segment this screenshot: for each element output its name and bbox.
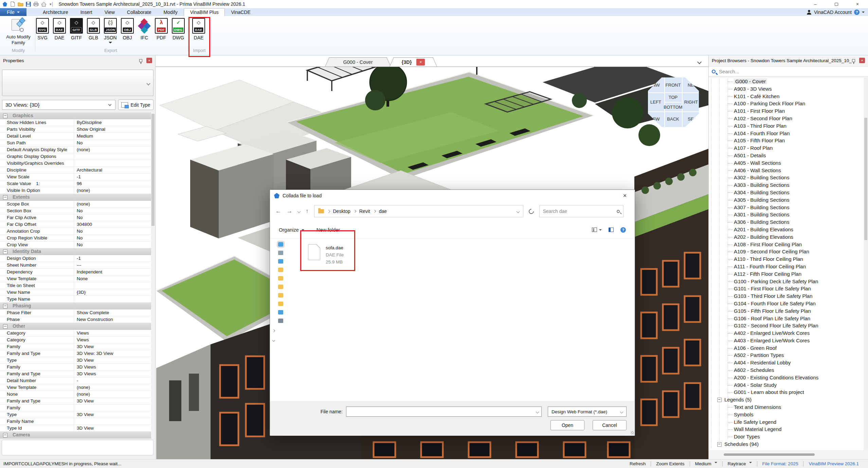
- property-row[interactable]: Other: [0, 323, 151, 330]
- viewcube-back[interactable]: BACK: [667, 116, 679, 122]
- property-row[interactable]: Extents: [0, 194, 151, 201]
- tree-item[interactable]: A406 - Wall Sections: [709, 167, 864, 174]
- nav-folder-icon[interactable]: [278, 302, 283, 306]
- scrollbar-thumb[interactable]: [864, 118, 867, 240]
- tree-item[interactable]: A109 - Second Floor Ceiling Plan: [709, 248, 864, 255]
- breadcrumb-item[interactable]: Revit: [359, 209, 376, 214]
- close-button[interactable]: ×: [847, 0, 868, 8]
- file-list-item[interactable]: sofa.dae DAE File 25.9 MB: [308, 244, 344, 266]
- property-row[interactable]: Identity Data: [0, 248, 151, 255]
- dialog-search-box[interactable]: [539, 205, 623, 217]
- property-value[interactable]: ---: [74, 262, 151, 268]
- property-row[interactable]: View Name {3D}: [0, 289, 151, 296]
- tree-item[interactable]: G101 - First Floor Life Safety Plan: [709, 285, 864, 292]
- breadcrumb[interactable]: Desktop Revit dae: [314, 205, 523, 217]
- status-bar-item[interactable]: Raytrace: [722, 461, 757, 466]
- tree-item[interactable]: A301 - Building Sections: [709, 211, 864, 218]
- export-button[interactable]: ✓ DWG DWG: [170, 18, 187, 45]
- property-value[interactable]: (none): [74, 384, 151, 391]
- property-value[interactable]: [74, 153, 151, 160]
- save-icon[interactable]: [26, 2, 31, 7]
- tree-item[interactable]: K101 - Café Kitchen: [709, 93, 864, 100]
- new-folder-button[interactable]: New folder: [317, 227, 340, 233]
- account-area[interactable]: VinaCAD Account ?: [807, 8, 868, 16]
- properties-scrollbar[interactable]: [151, 112, 155, 438]
- export-button[interactable]: ◇ DAE DAE: [51, 18, 68, 45]
- property-value[interactable]: -1: [74, 255, 151, 262]
- tree-item[interactable]: A404 - Residential Lobby: [709, 359, 864, 366]
- tree-item[interactable]: A103 - Third Floor Plan: [709, 122, 864, 130]
- minimize-button[interactable]: –: [805, 0, 826, 8]
- nav-folder-icon[interactable]: [278, 242, 283, 247]
- tree-item[interactable]: A602 - Schedules: [709, 366, 864, 374]
- property-row[interactable]: Sun Path No: [0, 140, 151, 146]
- property-row[interactable]: View Template (none): [0, 384, 151, 391]
- back-icon[interactable]: ←: [275, 208, 281, 215]
- property-value[interactable]: 3D View: 3D View: [74, 350, 151, 357]
- property-value[interactable]: [74, 404, 151, 411]
- tree-item[interactable]: Wall Material Legend: [709, 426, 864, 433]
- nav-folder-icon[interactable]: [278, 251, 283, 255]
- pin-icon[interactable]: [852, 59, 855, 62]
- tree-item[interactable]: G106 - Roof Plan Life Safety Plan: [709, 315, 864, 322]
- tree-item[interactable]: A102 - Second Floor Plan: [709, 115, 864, 122]
- viewcube-top[interactable]: TOP: [669, 95, 678, 100]
- pin-icon[interactable]: [139, 59, 142, 62]
- property-value[interactable]: 3D View: [74, 357, 151, 363]
- tree-item[interactable]: A101 - First Floor Plan: [709, 107, 864, 115]
- tree-item[interactable]: A405 - Wall Sections: [709, 159, 864, 167]
- browser-scrollbar[interactable]: [864, 78, 868, 450]
- property-row[interactable]: Title on Sheet: [0, 282, 151, 289]
- tree-item[interactable]: A307 - Building Sections: [709, 204, 864, 211]
- view-tab-3d[interactable]: {3D} ×: [395, 57, 431, 67]
- export-button[interactable]: ◇ GITF GITF: [68, 18, 85, 45]
- tree-item[interactable]: A402 - Enlarged Live/Work Cores: [709, 329, 864, 337]
- import-dae-button[interactable]: ◇ DAE DAE: [190, 18, 207, 40]
- address-dropdown-chevron-icon[interactable]: [516, 210, 520, 213]
- status-bar-item[interactable]: Refresh: [625, 461, 651, 466]
- file-type-select[interactable]: Design Web Format (*.dae): [548, 407, 627, 417]
- breadcrumb-item[interactable]: Desktop: [333, 209, 356, 214]
- tree-item[interactable]: A303 - Building Sections: [709, 181, 864, 189]
- nav-folder-icon[interactable]: [278, 293, 283, 298]
- property-row[interactable]: View Template None: [0, 275, 151, 282]
- dialog-search-input[interactable]: [543, 209, 614, 214]
- browser-search-box[interactable]: [709, 66, 868, 76]
- property-row[interactable]: Show Hidden Lines ByDiscipline: [0, 119, 151, 126]
- nav-folder-icon[interactable]: [278, 285, 283, 289]
- type-selector[interactable]: [2, 70, 153, 96]
- tree-item[interactable]: Schedules (94): [709, 440, 864, 448]
- tree-item[interactable]: G104 - Fourth Floor Life Safety Plan: [709, 300, 864, 307]
- property-row[interactable]: Detail Number -: [0, 377, 151, 384]
- property-row[interactable]: Type Name: [0, 296, 151, 303]
- property-row[interactable]: Dependency Independent: [0, 269, 151, 275]
- property-value[interactable]: (none): [74, 146, 151, 153]
- scrollbar-thumb[interactable]: [151, 114, 155, 226]
- viewcube-right[interactable]: RIGHT: [684, 100, 698, 105]
- property-value[interactable]: No: [74, 214, 151, 221]
- property-value[interactable]: No: [74, 228, 151, 234]
- ribbon-tab[interactable]: Modify: [157, 8, 183, 16]
- property-value[interactable]: 3D View: [74, 425, 151, 431]
- export-button[interactable]: IFC: [136, 18, 153, 45]
- nav-folder-icon[interactable]: [278, 259, 283, 264]
- export-button[interactable]: ◇ GLB GLB: [85, 18, 102, 45]
- resize-grip[interactable]: [631, 431, 634, 434]
- property-value[interactable]: 304800: [74, 221, 151, 228]
- tree-item[interactable]: A105 - Fifth Floor Plan: [709, 137, 864, 144]
- nav-folder-icon[interactable]: [278, 268, 283, 272]
- open-folder-icon[interactable]: [18, 2, 23, 6]
- property-value[interactable]: -1: [74, 174, 151, 180]
- file-menu-button[interactable]: File: [0, 8, 26, 16]
- dialog-nav-pane[interactable]: [270, 239, 291, 401]
- tree-item[interactable]: A108 - First Floor Ceiling Plan: [709, 241, 864, 248]
- qat-overflow-icon[interactable]: ▾│: [50, 2, 54, 6]
- property-row[interactable]: Family and Type 3D View: 3D View: [0, 350, 151, 357]
- property-row[interactable]: Phasing: [0, 303, 151, 309]
- tree-item[interactable]: A112 - Fifth Floor Ceiling Plan: [709, 270, 864, 278]
- view-cube[interactable]: NW FRONT NE LEFT TOP BOTTOM RIGHT SW BAC…: [648, 77, 699, 127]
- help-icon[interactable]: ?: [620, 227, 626, 233]
- property-row[interactable]: Section Box No: [0, 208, 151, 214]
- property-value[interactable]: 3D Views: [74, 364, 151, 370]
- refresh-icon[interactable]: [527, 208, 535, 215]
